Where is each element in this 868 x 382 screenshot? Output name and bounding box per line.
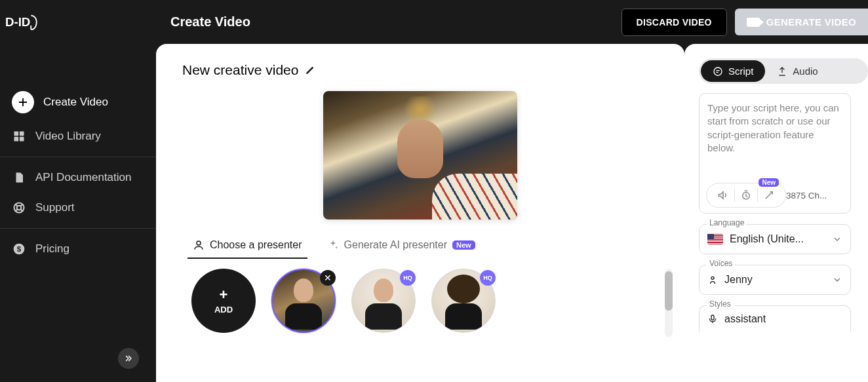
- field-label: Language: [707, 218, 747, 227]
- script-audio-segment: Script Audio: [699, 58, 868, 84]
- script-panel: Script Audio Type your script here, you …: [684, 44, 868, 382]
- presenter-option[interactable]: HQ: [431, 269, 496, 333]
- tab-audio[interactable]: Audio: [765, 60, 829, 82]
- sidebar-item-label: Pricing: [35, 242, 69, 256]
- upload-icon: [777, 66, 787, 77]
- language-field: Language English (Unite...: [699, 224, 851, 254]
- grid-icon: [12, 129, 26, 143]
- timer-icon[interactable]: [735, 186, 757, 204]
- script-icon: [713, 66, 723, 77]
- script-toolbar: New: [706, 183, 786, 208]
- plus-icon: [12, 91, 34, 113]
- new-badge: New: [759, 178, 779, 187]
- stage: New creative video: [156, 44, 684, 382]
- script-placeholder: Type your script here, you can start fro…: [707, 102, 842, 155]
- sparkle-icon: [327, 239, 339, 251]
- seg-label: Script: [728, 66, 753, 77]
- sidebar-item-label: Create Video: [43, 96, 108, 109]
- nav: Create Video Video Library API Documenta…: [0, 83, 156, 264]
- plus-icon: +: [220, 288, 228, 302]
- svg-point-12: [711, 277, 714, 279]
- scrollbar[interactable]: [665, 269, 673, 337]
- sidebar: D-ID Create Video Video Library: [0, 0, 156, 382]
- sidebar-item-create-video[interactable]: Create Video: [0, 83, 156, 121]
- tab-generate-ai-presenter[interactable]: Generate AI presenter New: [326, 234, 477, 259]
- new-badge: New: [452, 240, 475, 250]
- sidebar-item-pricing[interactable]: $ Pricing: [0, 234, 156, 264]
- remove-presenter-icon[interactable]: ✕: [320, 270, 336, 286]
- voices-field: Voices Jenny: [699, 265, 851, 295]
- listen-icon[interactable]: [712, 186, 734, 204]
- video-title: New creative video: [182, 62, 298, 78]
- presenter-list: + ADD ✕ HQ: [182, 269, 658, 337]
- divider: [0, 157, 156, 157]
- styles-field: Styles assistant: [699, 305, 851, 332]
- add-label: ADD: [214, 305, 233, 315]
- field-label: Styles: [707, 299, 734, 309]
- sidebar-item-support[interactable]: Support: [0, 193, 156, 223]
- chevron-down-icon: [832, 275, 842, 285]
- divider: [0, 228, 156, 229]
- field-label: Voices: [707, 259, 735, 268]
- voices-select[interactable]: Jenny: [699, 265, 851, 295]
- add-presenter-button[interactable]: + ADD: [191, 269, 256, 333]
- tab-label: Generate AI presenter: [344, 239, 447, 251]
- sidebar-item-api-docs[interactable]: API Documentation: [0, 162, 156, 193]
- svg-rect-4: [20, 137, 24, 142]
- sidebar-item-video-library[interactable]: Video Library: [0, 121, 156, 151]
- flag-icon: [707, 234, 723, 244]
- hq-badge: HQ: [400, 270, 416, 286]
- styles-select[interactable]: assistant: [699, 305, 851, 332]
- presenter-preview: [323, 91, 517, 220]
- collapse-sidebar-button[interactable]: [118, 348, 139, 369]
- select-value: assistant: [724, 313, 842, 325]
- char-counter: 3875 Ch...: [786, 191, 831, 201]
- svg-text:D-ID: D-ID: [5, 14, 30, 28]
- select-value: English (Unite...: [730, 233, 825, 245]
- svg-point-6: [17, 206, 22, 210]
- svg-rect-1: [14, 132, 19, 136]
- lifebuoy-icon: [12, 201, 26, 215]
- generate-video-label: GENERATE VIDEO: [766, 16, 856, 28]
- magic-icon[interactable]: New: [758, 186, 780, 204]
- person-icon: [193, 239, 205, 251]
- header: Create Video DISCARD VIDEO GENERATE VIDE…: [156, 0, 868, 44]
- discard-video-button[interactable]: DISCARD VIDEO: [621, 9, 727, 36]
- sidebar-item-label: Video Library: [35, 130, 101, 143]
- presenter-tabs: Choose a presenter Generate AI presenter…: [182, 234, 658, 259]
- video-icon: [747, 18, 760, 27]
- tab-label: Choose a presenter: [210, 239, 302, 251]
- sidebar-item-label: API Documentation: [35, 171, 131, 184]
- svg-text:$: $: [17, 244, 22, 253]
- logo[interactable]: D-ID: [0, 0, 156, 44]
- edit-icon[interactable]: [305, 65, 315, 75]
- script-input[interactable]: Type your script here, you can start fro…: [699, 93, 851, 214]
- svg-rect-3: [14, 137, 19, 142]
- voice-icon: [707, 275, 718, 285]
- dollar-icon: $: [12, 242, 26, 256]
- doc-icon: [12, 170, 26, 185]
- svg-point-10: [714, 67, 722, 75]
- generate-video-button[interactable]: GENERATE VIDEO: [735, 9, 868, 35]
- tab-choose-presenter[interactable]: Choose a presenter: [191, 234, 304, 259]
- presenter-option[interactable]: ✕: [271, 269, 336, 333]
- svg-point-9: [197, 241, 201, 245]
- select-value: Jenny: [724, 274, 825, 286]
- svg-rect-2: [20, 132, 24, 136]
- tab-script[interactable]: Script: [701, 60, 765, 82]
- language-select[interactable]: English (Unite...: [699, 224, 851, 254]
- page-title: Create Video: [170, 14, 250, 29]
- presenter-option[interactable]: HQ: [351, 269, 416, 333]
- scrollbar-thumb[interactable]: [665, 271, 673, 311]
- hq-badge: HQ: [480, 270, 496, 286]
- svg-rect-13: [711, 315, 714, 320]
- sidebar-item-label: Support: [35, 201, 75, 214]
- chevron-down-icon: [832, 234, 842, 244]
- mic-icon: [707, 314, 718, 324]
- seg-label: Audio: [793, 66, 818, 77]
